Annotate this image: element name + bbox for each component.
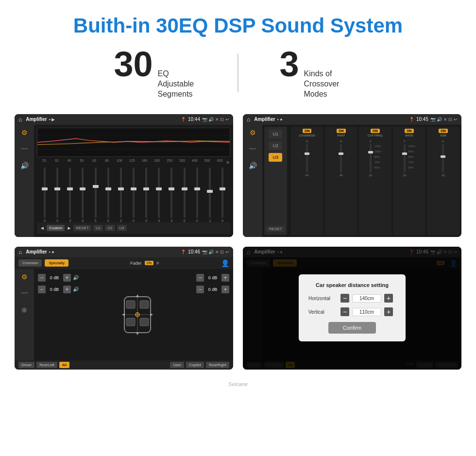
fader-5[interactable]: 5 [90, 168, 102, 222]
dialog-label-h: Horizontal [308, 296, 338, 301]
specialty-btn-3[interactable]: Specialty [45, 259, 68, 267]
custom-btn[interactable]: Custom [47, 225, 65, 231]
dialog-minus-v[interactable]: − [340, 307, 349, 316]
fader-1[interactable]: 0 [39, 168, 51, 222]
home-icon-1[interactable]: ⌂ [18, 116, 22, 123]
screen1-inner: ⚙ 〰 🔊 [15, 125, 233, 237]
stat-crossover-number: 3 [279, 47, 299, 82]
prev-icon[interactable]: ◄ [40, 225, 45, 231]
wave-icon-3[interactable]: 〰 [21, 289, 28, 297]
dialog-plus-h[interactable]: + [384, 294, 393, 303]
dialog-minus-h[interactable]: − [340, 294, 349, 303]
ch-sub-on[interactable]: ON [439, 129, 448, 133]
freq-400: 400 [188, 159, 201, 166]
db-value-2: 0 dB [48, 287, 61, 292]
db-plus-4[interactable]: + [221, 286, 229, 293]
ch-phat-on[interactable]: ON [337, 129, 346, 133]
speaker-icon-1[interactable]: 🔊 [20, 162, 29, 169]
ch-sub-label: SUB [440, 134, 446, 137]
all-btn-3[interactable]: All [59, 362, 69, 368]
common-btn-3[interactable]: Common [18, 259, 42, 267]
confirm-button[interactable]: Confirm [328, 322, 376, 334]
dialog-plus-v[interactable]: + [384, 307, 393, 316]
status-bar-1: ⌂ Amplifier ▪ ▶ 📍 10:44 📷 🔊 ✕ ⊡ ↩ [15, 114, 233, 125]
driver-btn-3[interactable]: Driver [18, 362, 34, 368]
fader-on-3: ON [145, 261, 154, 265]
freq-32: 32 [51, 159, 63, 166]
screen-speaker: ⌂ Amplifier ▪ ● 📍 10:46 📷 🔊 ✕ ⊡ ↩ Common… [15, 247, 233, 370]
freq-630: 630 [214, 159, 226, 166]
eq-icon-3[interactable]: ⚙ [21, 273, 28, 281]
freq-125: 125 [126, 159, 138, 166]
dialog-label-v: Vertical [308, 309, 338, 315]
fader-11[interactable]: 0 [166, 168, 177, 222]
u1-btn-2[interactable]: U1 [269, 130, 282, 138]
fader-6[interactable]: 0 [102, 168, 114, 222]
db-plus-2[interactable]: + [63, 286, 71, 293]
ch-cutfreq-on[interactable]: ON [371, 129, 380, 133]
eq-icon-2[interactable]: ⚙ [250, 129, 256, 136]
eq-icon-1[interactable]: ⚙ [21, 129, 28, 136]
fader-15[interactable]: 0 [217, 168, 228, 222]
fader-2[interactable]: 0 [51, 168, 63, 222]
freq-50: 50 [75, 159, 88, 166]
u3-btn-2[interactable]: U3 [269, 153, 282, 162]
ch-loudness-on[interactable]: ON [303, 129, 312, 133]
svg-marker-17 [150, 313, 153, 316]
svg-rect-6 [140, 301, 149, 308]
dialog-title: Car speaker distance setting [308, 282, 396, 288]
screen4-inner: Common Specialty ON 👤 0 dB 0 dB 0 dB [243, 257, 461, 370]
fader-12[interactable]: 0 [179, 168, 190, 222]
db-plus-3[interactable]: + [221, 274, 229, 282]
fader-10[interactable]: 0 [153, 168, 165, 222]
svg-rect-5 [126, 301, 135, 308]
db-minus-3[interactable]: − [196, 274, 204, 282]
channels-section: ON LOUDNESS G 64 [291, 127, 459, 235]
screen1-status-icons: 📷 🔊 ✕ ⊡ ↩ [202, 117, 229, 122]
dialog-value-v: 110cm [352, 308, 381, 316]
screens-grid: ⌂ Amplifier ▪ ▶ 📍 10:44 📷 🔊 ✕ ⊡ ↩ ⚙ 〰 🔊 [0, 114, 476, 379]
u2-btn-2[interactable]: U2 [269, 141, 282, 150]
rearright-btn-3[interactable]: RearRight [206, 362, 229, 368]
db-row-4: − 0 dB + [196, 286, 229, 293]
fader-3[interactable]: 0 [64, 168, 76, 222]
user-btn-3[interactable]: User [170, 362, 184, 368]
wave-icon-1[interactable]: 〰 [21, 145, 28, 153]
fader-4[interactable]: 0 [77, 168, 88, 222]
wave-icon-2[interactable]: 〰 [249, 145, 256, 153]
stats-row: 30 EQ AdjustableSegments 3 Kinds ofCross… [92, 47, 384, 99]
next-icon[interactable]: ► [67, 225, 71, 231]
fader-8[interactable]: 0 [128, 168, 139, 222]
fader-7[interactable]: 0 [115, 168, 127, 222]
faders-row: 0 0 0 0 [37, 168, 230, 222]
profile-icon-3[interactable]: 👤 [221, 259, 229, 267]
expand-icon[interactable]: » [226, 159, 229, 166]
screen2-icons: ▪ ● [277, 117, 283, 122]
dialog-row-horizontal: Horizontal − 140cm + [308, 294, 396, 303]
home-icon-2[interactable]: ⌂ [247, 116, 250, 123]
page-title: Buith-in 30EQ DSP Sound System [73, 15, 403, 37]
eq-bottom: ◄ Custom ► RESET U1 U2 U3 [37, 222, 230, 234]
fader-13[interactable]: 0 [191, 168, 203, 222]
bluetooth-icon-3[interactable]: ⊕ [21, 306, 27, 314]
reset-btn-2[interactable]: RESET [266, 226, 285, 232]
db-minus-2[interactable]: − [38, 286, 46, 293]
screen2-title: Amplifier [254, 117, 275, 122]
u1-btn-1[interactable]: U1 [93, 225, 103, 231]
u2-btn-1[interactable]: U2 [105, 225, 115, 231]
ch-bass-on[interactable]: ON [405, 129, 414, 133]
u3-btn-1[interactable]: U3 [117, 225, 127, 231]
copilot-btn-3[interactable]: Copilot [186, 362, 204, 368]
db-control-right: − 0 dB + − 0 dB + [192, 269, 233, 360]
db-minus-1[interactable]: − [38, 274, 46, 282]
fader-label-3: Fader [130, 261, 142, 266]
reset-btn-1[interactable]: RESET [73, 225, 91, 231]
screen3-icons: ▪ ● [49, 250, 54, 254]
rearleft-btn-3[interactable]: RearLeft [36, 362, 57, 368]
speaker-icon-2[interactable]: 🔊 [249, 162, 257, 169]
fader-9[interactable]: 0 [140, 168, 152, 222]
home-icon-3[interactable]: ⌂ [18, 249, 22, 255]
fader-14[interactable]: -1 [204, 168, 216, 222]
db-minus-4[interactable]: − [196, 286, 204, 293]
db-plus-1[interactable]: + [63, 274, 71, 282]
